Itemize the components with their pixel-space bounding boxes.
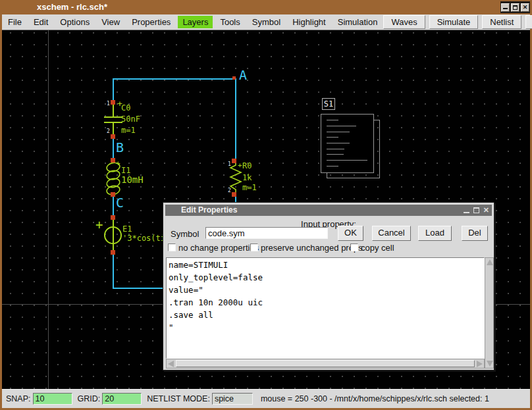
pin-cap-2[interactable] — [111, 134, 115, 139]
wire-src-to-bottom[interactable] — [113, 252, 114, 288]
menu-view[interactable]: View — [97, 16, 124, 28]
simulate-button[interactable]: Simulate — [429, 15, 479, 29]
snap-label: SNAP: — [6, 394, 31, 403]
resistor-pin1-number: 1 — [228, 162, 231, 167]
maximize-icon — [513, 5, 518, 10]
dialog-controls: ✕ — [464, 206, 489, 215]
symbol-label: Symbol — [171, 229, 199, 239]
net-label-c[interactable]: C — [116, 196, 124, 209]
menu-options[interactable]: Options — [55, 16, 94, 28]
pin-res-2[interactable] — [232, 192, 236, 197]
capacitor-plate-top[interactable] — [104, 116, 122, 118]
menu-simulation[interactable]: Simulation — [333, 16, 383, 28]
symbol-input[interactable] — [205, 227, 328, 239]
code-block-ref-label[interactable]: S1 — [322, 98, 335, 110]
load-button[interactable]: Load — [418, 226, 452, 241]
code-line — [327, 143, 350, 143]
menu-properties[interactable]: Properties — [127, 16, 175, 28]
vertical-scrollbar[interactable] — [485, 257, 494, 369]
window-close-button[interactable]: ✕ — [521, 3, 529, 12]
close-icon: ✕ — [523, 4, 528, 11]
no-change-properties-checkbox[interactable] — [168, 243, 176, 251]
del-button[interactable]: Del — [462, 226, 488, 241]
xschem-window: xschem - rlc.sch* ✕ File Edit Options Vi… — [0, 0, 532, 410]
pin-src-2[interactable] — [111, 250, 115, 255]
code-line — [327, 166, 338, 167]
waves-button[interactable]: Waves — [383, 15, 425, 29]
dialog-titlebar[interactable]: Edit Properties ✕ — [165, 205, 492, 216]
pin-ind-1[interactable] — [111, 158, 115, 163]
pin-node-a[interactable] — [232, 76, 236, 80]
scroll-up-icon[interactable] — [487, 259, 493, 265]
pin-src-1[interactable] — [111, 215, 115, 220]
menu-tools[interactable]: Tools — [215, 16, 244, 28]
netlist-button[interactable]: Netlist — [482, 15, 521, 29]
net-label-a[interactable]: A — [239, 68, 247, 82]
scroll-left-icon[interactable] — [168, 361, 174, 367]
help-button[interactable]: Help — [525, 15, 532, 29]
code-line — [327, 149, 344, 149]
wire-top[interactable] — [113, 78, 236, 80]
window-minimize-button[interactable] — [501, 3, 510, 12]
netlist-mode-input[interactable] — [212, 393, 253, 405]
cancel-button[interactable]: Cancel — [372, 226, 411, 241]
wire-cap-to-ind[interactable] — [113, 136, 114, 161]
scroll-right-icon[interactable] — [477, 361, 483, 367]
code-line — [327, 137, 338, 138]
code-line — [327, 160, 367, 161]
dialog-close-icon[interactable]: ✕ — [483, 207, 489, 214]
statusbar: SNAP: GRID: NETLIST MODE: mouse = 250 -3… — [2, 389, 530, 408]
netlist-mode-label: NETLIST MODE: — [147, 394, 210, 403]
code-block-front-page[interactable] — [321, 114, 374, 173]
resistor-pin2-number: 2 — [228, 188, 231, 193]
resistor-mult-label: m=1 — [242, 184, 257, 192]
scroll-down-icon[interactable] — [487, 361, 493, 367]
origin-axis-vertical — [48, 30, 49, 389]
resistor-ref-label: R0 — [242, 162, 252, 170]
code-line — [327, 120, 338, 120]
code-line — [327, 132, 350, 132]
pin-cap-1[interactable] — [111, 100, 115, 105]
source-plus-mark: + — [95, 220, 103, 230]
preserve-unchanged-props-checkbox[interactable] — [250, 243, 258, 251]
pin-res-1[interactable] — [232, 159, 236, 163]
mouse-status-text: mouse = 250 -300 - /mnt/x/home/schippes/… — [261, 394, 489, 403]
menu-layers[interactable]: Layers — [178, 16, 213, 28]
resistor-value-label: 1k — [242, 174, 252, 182]
horizontal-scrollbar[interactable] — [166, 359, 485, 369]
window-title: xschem - rlc.sch* — [37, 2, 107, 12]
no-change-properties-label: no change properties — [178, 243, 259, 253]
menu-symbol[interactable]: Symbol — [248, 16, 285, 28]
menu-highlight[interactable]: Highlight — [288, 16, 331, 28]
window-maximize-button[interactable] — [511, 3, 519, 12]
wire-ind-to-src[interactable] — [113, 194, 114, 218]
horizontal-scrollbar-thumb[interactable] — [176, 360, 475, 367]
menubar: File Edit Options View Properties Layers… — [2, 14, 530, 30]
grid-input[interactable] — [102, 393, 142, 405]
copy-cell-checkbox[interactable] — [350, 243, 358, 251]
pin-ind-2[interactable] — [111, 192, 115, 197]
menu-edit[interactable]: Edit — [29, 16, 53, 28]
window-controls: ✕ — [500, 1, 530, 13]
capacitor-ref-label: C0 — [121, 104, 130, 113]
code-line — [327, 154, 344, 155]
ok-button[interactable]: OK — [338, 226, 363, 241]
dialog-maximize-icon[interactable] — [473, 207, 479, 213]
wire-right-top[interactable] — [235, 78, 236, 161]
window-titlebar[interactable]: xschem - rlc.sch* ✕ — [0, 0, 532, 14]
capacitor-mult-label: m=1 — [121, 126, 136, 135]
properties-textarea[interactable]: name=STIMULI only_toplevel=false value="… — [166, 257, 485, 359]
dialog-minimize-icon[interactable] — [464, 208, 469, 213]
inductor-plus-mark: + — [116, 160, 120, 167]
snap-input[interactable] — [33, 393, 72, 405]
source-internal-line — [113, 228, 114, 243]
capacitor-pin1-number: 1 — [107, 101, 110, 107]
capacitor-value-label: 50nF — [121, 115, 140, 124]
preserve-unchanged-props-label: preserve unchanged props — [261, 243, 363, 253]
capacitor-pin2-number: 2 — [107, 129, 110, 134]
minimize-icon — [503, 5, 508, 9]
code-line — [327, 126, 356, 126]
resistor-plus-mark: + — [238, 162, 242, 169]
menu-file[interactable]: File — [3, 16, 26, 28]
net-label-b[interactable]: B — [116, 141, 124, 154]
